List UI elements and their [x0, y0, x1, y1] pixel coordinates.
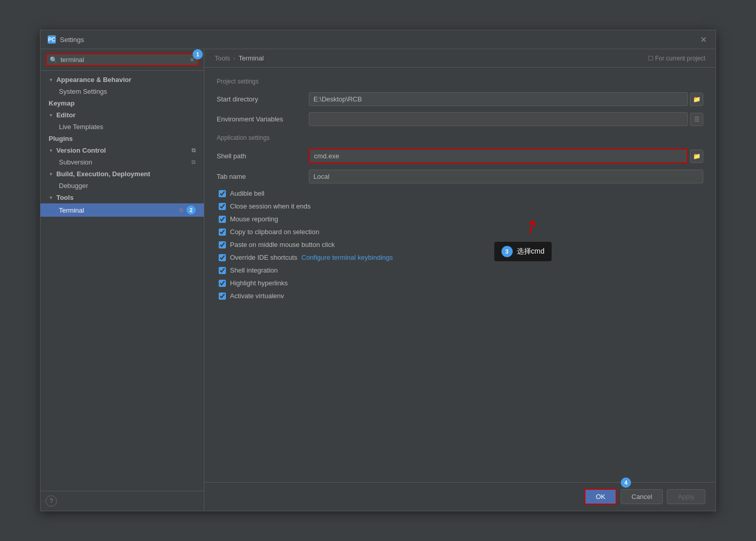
sidebar-item-label: Appearance & Behavior — [56, 76, 132, 84]
sidebar-item-label: Editor — [56, 111, 76, 119]
close-session-checkbox[interactable] — [219, 203, 226, 210]
copy-icon: ⧉ — [179, 207, 183, 214]
search-icon: 🔍 — [50, 56, 57, 64]
checkbox-mouse-reporting: Mouse reporting — [217, 215, 703, 223]
tab-name-container — [309, 170, 703, 183]
close-button[interactable]: ✕ — [698, 34, 708, 45]
paste-middle-checkbox[interactable] — [219, 241, 226, 248]
breadcrumb-separator: › — [233, 54, 235, 62]
checkbox-copy-clipboard: Copy to clipboard on selection — [217, 228, 703, 236]
sidebar-item-label: Build, Execution, Deployment — [56, 170, 150, 178]
breadcrumb: Tools › Terminal ☐ For current project — [204, 49, 716, 68]
badge-2: 2 — [186, 205, 196, 215]
sidebar-item-appearance[interactable]: ▼ Appearance & Behavior — [40, 74, 204, 86]
shell-path-row: Shell path 📁 — [217, 149, 703, 163]
audible-bell-label: Audible bell — [230, 190, 264, 197]
override-ide-checkbox[interactable] — [219, 254, 226, 261]
help-button[interactable]: ? — [46, 495, 57, 507]
cancel-button[interactable]: Cancel — [621, 489, 663, 504]
activate-virtualenv-label: Activate virtualenv — [230, 292, 284, 300]
copy-icon: ⧉ — [192, 159, 196, 165]
close-session-label: Close session when it ends — [230, 202, 311, 210]
env-variables-row: Environment Variables ☰ — [217, 112, 703, 126]
tab-name-input[interactable] — [309, 170, 703, 183]
override-ide-label: Override IDE shortcuts — [230, 254, 298, 261]
paste-middle-label: Paste on middle mouse button click — [230, 241, 335, 248]
start-directory-input[interactable] — [309, 92, 688, 106]
shell-integration-checkbox[interactable] — [219, 267, 226, 274]
start-directory-row: Start directory 📁 — [217, 92, 703, 106]
sidebar-item-live-templates[interactable]: Live Templates — [40, 121, 204, 133]
sidebar-item-debugger[interactable]: Debugger — [40, 180, 204, 192]
browse-button-shell[interactable]: 📁 — [690, 150, 703, 163]
badge-1: 1 — [193, 49, 203, 59]
app-settings-label: Application settings — [217, 134, 703, 141]
sidebar-item-terminal[interactable]: Terminal ⧉ 2 — [40, 203, 204, 217]
app-icon: PC — [48, 35, 56, 44]
sidebar-item-subversion[interactable]: Subversion ⧉ — [40, 156, 204, 168]
sidebar-item-label: Plugins — [49, 135, 73, 142]
shell-path-container: 📁 — [309, 149, 703, 163]
checkbox-audible-bell: Audible bell — [217, 190, 703, 197]
copy-icon: ⧉ — [192, 147, 196, 154]
checkbox-close-session: Close session when it ends — [217, 202, 703, 210]
sidebar-bottom: ? — [40, 491, 204, 511]
sidebar-item-editor[interactable]: ▼ Editor — [40, 109, 204, 121]
mouse-reporting-label: Mouse reporting — [230, 215, 278, 223]
shell-path-input[interactable] — [309, 149, 688, 163]
start-directory-label: Start directory — [217, 95, 304, 103]
content-area: Project settings Start directory 📁 Envir… — [204, 68, 716, 482]
sidebar-item-system-settings[interactable]: System Settings — [40, 86, 204, 97]
chevron-down-icon: ▼ — [49, 172, 53, 177]
audible-bell-checkbox[interactable] — [219, 190, 226, 197]
sidebar-item-label: System Settings — [59, 88, 107, 95]
sidebar: 🔍 ✕ 1 ▼ Appearance & Behavior System Set… — [40, 49, 204, 511]
shell-integration-label: Shell integration — [230, 266, 278, 274]
project-link[interactable]: ☐ For current project — [648, 55, 705, 62]
title-bar-left: PC Settings — [48, 35, 84, 44]
env-variables-label: Environment Variables — [217, 115, 304, 123]
browse-button-env[interactable]: ☰ — [690, 113, 703, 126]
checkbox-highlight-hyperlinks: Highlight hyperlinks — [217, 279, 703, 287]
start-directory-container: 📁 — [309, 92, 703, 106]
search-box: 🔍 ✕ 1 — [46, 53, 199, 66]
main-content: Tools › Terminal ☐ For current project P… — [204, 49, 716, 511]
browse-button-start[interactable]: 📁 — [690, 93, 703, 106]
sidebar-item-plugins[interactable]: Plugins — [40, 133, 204, 144]
breadcrumb-tools: Tools — [215, 54, 230, 62]
sidebar-item-tools[interactable]: ▼ Tools — [40, 192, 204, 203]
search-area: 🔍 ✕ 1 — [40, 49, 204, 71]
activate-virtualenv-checkbox[interactable] — [219, 293, 226, 300]
checkbox-paste-middle: Paste on middle mouse button click — [217, 241, 703, 248]
env-variables-container: ☰ — [309, 112, 703, 126]
project-settings-label: Project settings — [217, 78, 703, 85]
search-input[interactable] — [60, 56, 186, 64]
title-bar: PC Settings ✕ — [40, 30, 716, 49]
shell-path-label: Shell path — [217, 152, 304, 160]
dialog-title: Settings — [60, 36, 84, 44]
sidebar-item-version-control[interactable]: ▼ Version Control ⧉ — [40, 144, 204, 156]
nav-tree: ▼ Appearance & Behavior System Settings … — [40, 71, 204, 491]
breadcrumb-current: Terminal — [239, 54, 264, 62]
copy-clipboard-label: Copy to clipboard on selection — [230, 228, 319, 236]
chevron-down-icon: ▼ — [49, 113, 53, 118]
checkbox-override-ide: Override IDE shortcuts Configure termina… — [217, 254, 703, 261]
ok-button[interactable]: OK — [584, 489, 617, 505]
tab-name-row: Tab name — [217, 170, 703, 183]
settings-dialog: PC Settings ✕ 🔍 ✕ 1 ▼ Appearance & Behav… — [40, 30, 716, 511]
apply-button[interactable]: Apply — [667, 489, 705, 504]
env-variables-input[interactable] — [309, 112, 688, 126]
sidebar-item-keymap[interactable]: Keymap — [40, 97, 204, 109]
footer: 4 OK Cancel Apply — [204, 482, 716, 511]
copy-clipboard-checkbox[interactable] — [219, 228, 226, 236]
configure-keybindings-link[interactable]: Configure terminal keybindings — [302, 254, 393, 261]
badge-3: 3 — [501, 246, 513, 257]
checkbox-activate-virtualenv: Activate virtualenv — [217, 292, 703, 300]
sidebar-item-label: Live Templates — [59, 123, 103, 131]
highlight-hyperlinks-checkbox[interactable] — [219, 280, 226, 287]
tooltip-select-cmd: 3 选择cmd — [494, 242, 552, 261]
tab-name-label: Tab name — [217, 173, 304, 180]
sidebar-item-build[interactable]: ▼ Build, Execution, Deployment — [40, 168, 204, 180]
sidebar-item-label: Terminal — [59, 206, 84, 214]
mouse-reporting-checkbox[interactable] — [219, 216, 226, 223]
